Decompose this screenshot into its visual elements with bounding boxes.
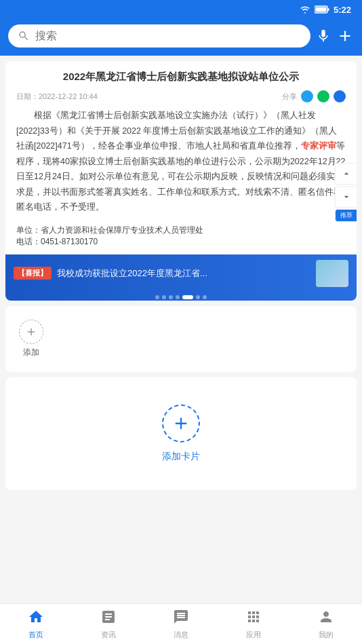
phone-text: 电话：0451-87130170 (16, 236, 346, 248)
search-input-wrapper[interactable] (8, 24, 310, 48)
wifi-icon (300, 5, 310, 14)
message-icon (173, 609, 189, 628)
add-card-circle[interactable] (162, 404, 200, 442)
nav-label-home: 首页 (28, 630, 43, 640)
article-card: 2022年黑龙江省博士后创新实践基地拟设站单位公示 日期：2022-12-22 … (5, 61, 357, 301)
dot-2 (162, 295, 166, 299)
svg-rect-1 (327, 8, 329, 11)
plus-icon (336, 27, 354, 45)
status-time: 5:22 (334, 5, 351, 15)
apps-icon (245, 609, 262, 628)
battery-icon (315, 5, 329, 14)
share-icon-1[interactable] (301, 90, 313, 102)
add-button[interactable] (336, 27, 354, 45)
profile-icon (318, 609, 334, 628)
mic-icon (316, 29, 331, 43)
nav-label-profile: 我的 (319, 630, 334, 640)
scroll-up-tool[interactable] (335, 163, 357, 185)
news-thumbnail (316, 260, 348, 287)
add-circle-small (19, 320, 43, 344)
dot-1 (155, 295, 159, 299)
nav-label-news: 资讯 (101, 630, 116, 640)
nav-item-profile[interactable]: 我的 (289, 605, 362, 644)
nav-item-home[interactable]: 首页 (0, 605, 73, 644)
nav-item-messages[interactable]: 消息 (145, 605, 218, 644)
side-tools: 推荐 (335, 163, 357, 222)
news-tag: 【喜报】 (14, 267, 52, 280)
nav-label-messages: 消息 (174, 630, 188, 640)
share-label: 分享 (282, 92, 297, 102)
home-icon (28, 609, 44, 628)
article-title: 2022年黑龙江省博士后创新实践基地拟设站单位公示 (5, 61, 357, 88)
article-body: 根据《黑龙江省博士后创新实践基地设立实施办法（试行）》（黑人社发[2022]33… (5, 108, 357, 221)
share-icon-3[interactable] (334, 90, 346, 102)
add-section: 添加 (5, 306, 357, 372)
article-date: 日期：2022-12-22 10:44 (16, 92, 98, 102)
recommend-tool[interactable]: 推荐 (335, 209, 357, 222)
article-meta: 日期：2022-12-22 10:44 分享 (5, 88, 357, 108)
dot-6 (196, 295, 200, 299)
add-small-button[interactable]: 添加 (19, 320, 43, 358)
share-icon-2[interactable] (317, 90, 329, 102)
status-bar: 5:22 (0, 0, 362, 19)
add-card-label: 添加卡片 (162, 451, 200, 463)
search-input[interactable] (35, 30, 301, 42)
svg-rect-2 (315, 7, 326, 12)
nav-item-news[interactable]: 资讯 (73, 605, 145, 644)
news-text: 我校成功获批设立2022年度黑龙江省... (57, 267, 310, 280)
nav-label-apps: 应用 (246, 630, 261, 640)
dot-5-active (182, 295, 193, 299)
news-banner[interactable]: 【喜报】 我校成功获批设立2022年度黑龙江省... (5, 254, 357, 292)
share-icons (301, 90, 346, 102)
add-small-label: 添加 (23, 347, 39, 358)
nav-item-apps[interactable]: 应用 (217, 605, 289, 644)
search-bar (0, 19, 362, 56)
banner-dots (5, 292, 357, 301)
unit-text: 单位：省人力资源和社会保障厅专业技术人员管理处 (16, 225, 346, 236)
scroll-down-tool[interactable] (335, 186, 357, 208)
search-icon (18, 30, 30, 42)
article-footer: 单位：省人力资源和社会保障厅专业技术人员管理处 电话：0451-87130170 (5, 221, 357, 254)
dot-4 (176, 295, 180, 299)
mic-button[interactable] (316, 29, 331, 43)
dot-3 (169, 295, 173, 299)
dot-7 (203, 295, 207, 299)
add-card-big: 添加卡片 (5, 377, 357, 490)
bottom-nav: 首页 资讯 消息 应用 我的 (0, 603, 362, 644)
highlight-text: 专家评审 (301, 141, 336, 151)
news-icon (100, 609, 117, 628)
